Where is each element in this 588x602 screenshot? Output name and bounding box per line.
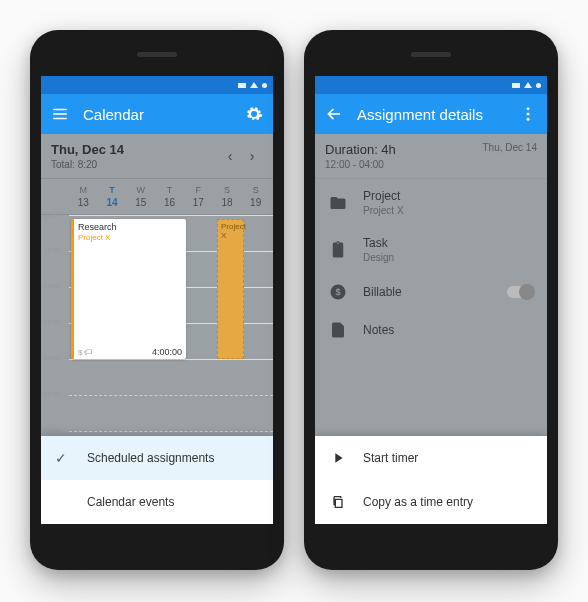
hamburger-icon[interactable] [51,105,69,123]
event-project: Project X [78,233,182,242]
phone-speaker [411,52,451,57]
day-grid[interactable]: 12PM 1PM 2PM 3PM 4PM 5PM 6PM Research Pr… [41,215,273,465]
calendar-event[interactable]: Research Project X $🏷 4:00:00 [71,219,186,359]
app-bar: Assignment details [315,94,547,134]
event-icons: $🏷 [78,348,92,357]
sheet-item-start-timer[interactable]: Start timer [315,436,547,480]
sheet-label: Start timer [363,451,418,465]
app-bar: Calendar [41,94,273,134]
bottom-sheet: ✓ Scheduled assignments Calendar events [41,436,273,524]
sheet-label: Scheduled assignments [87,451,214,465]
bottom-sheet: Start timer Copy as a time entry [315,436,547,524]
money-icon: $ [78,348,82,357]
svg-point-1 [527,113,530,116]
sheet-label: Copy as a time entry [363,495,473,509]
phone-speaker [137,52,177,57]
appbar-title: Assignment details [357,106,505,123]
screen-details: Assignment details Duration: 4h 12:00 - … [315,76,547,524]
play-icon [329,449,347,467]
copy-icon [329,493,347,511]
appbar-title: Calendar [83,106,231,123]
gear-icon[interactable] [245,105,263,123]
slot-label: Project X [221,222,246,240]
check-icon: ✓ [53,450,69,466]
billable-toggle[interactable] [507,286,533,298]
status-bar [315,76,547,94]
sheet-item-copy[interactable]: Copy as a time entry [315,480,547,524]
overflow-icon[interactable] [519,105,537,123]
sheet-label: Calendar events [87,495,174,509]
status-bar [41,76,273,94]
sheet-item-scheduled[interactable]: ✓ Scheduled assignments [41,436,273,480]
screen-calendar: Calendar Thu, Dec 14 Total: 8:20 ‹ › M13 [41,76,273,524]
back-icon[interactable] [325,105,343,123]
phone-calendar: Calendar Thu, Dec 14 Total: 8:20 ‹ › M13 [30,30,284,570]
sheet-item-calendar[interactable]: Calendar events [41,480,273,524]
phone-details: Assignment details Duration: 4h 12:00 - … [304,30,558,570]
tag-icon: 🏷 [84,348,92,357]
calendar-slot[interactable]: Project X [217,219,244,359]
event-name: Research [78,222,182,232]
event-time: 4:00:00 [152,347,182,357]
svg-point-0 [527,107,530,110]
svg-point-2 [527,118,530,121]
